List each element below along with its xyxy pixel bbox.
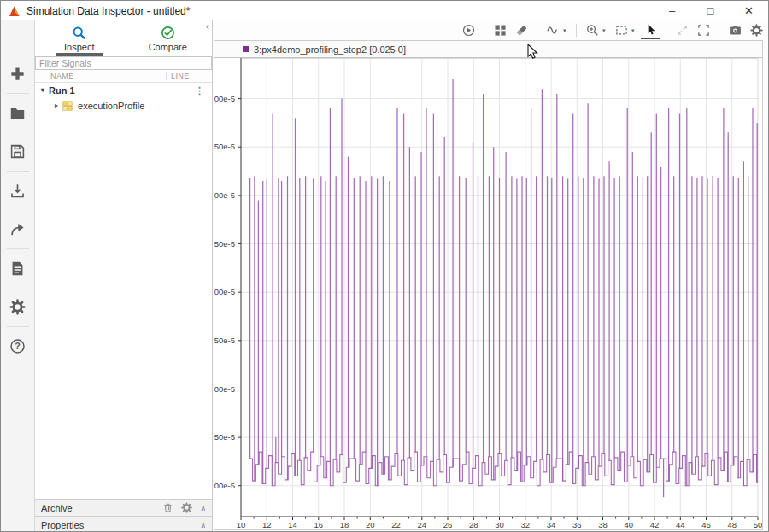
question-icon: ? [9, 338, 26, 354]
magnifier-icon [72, 26, 86, 40]
tab-inspect[interactable]: Inspect [35, 20, 124, 56]
zoom-button[interactable] [583, 21, 602, 39]
window-title: Simulation Data Inspector - untitled* [26, 5, 190, 17]
fit-rectangle-icon [615, 24, 628, 37]
line-style-button[interactable] [543, 21, 562, 39]
svg-text:4.50e-5: 4.50e-5 [214, 239, 235, 248]
svg-text:36: 36 [572, 520, 582, 529]
svg-text:26: 26 [443, 520, 453, 529]
caret-right-icon[interactable]: ▸ [55, 102, 58, 109]
import-button[interactable] [1, 172, 35, 210]
table-header: NAME LINE [35, 70, 212, 83]
export-button[interactable] [1, 210, 35, 248]
expand-button [672, 21, 691, 39]
check-circle-icon [161, 26, 175, 40]
chart-panel: 3:px4demo_profiling_step2 [0.025 0] 6.00… [214, 40, 763, 530]
archive-label: Archive [41, 503, 73, 513]
title-bar: Simulation Data Inspector - untitled* – … [1, 1, 768, 20]
eraser-icon [515, 24, 528, 37]
save-button[interactable] [1, 132, 35, 171]
toolbar-separator [576, 24, 577, 37]
toolbar-separator [537, 24, 537, 37]
plot-area-region: ▾ ▾ ▾ [213, 20, 769, 532]
dropdown-caret-icon[interactable]: ▾ [563, 27, 570, 34]
active-tab-underline [56, 53, 103, 56]
execution-profile-icon [62, 101, 73, 111]
pointer-button[interactable] [641, 21, 660, 39]
fullscreen-button[interactable] [694, 21, 713, 39]
panel-tabs: Inspect Compare ‹ [35, 20, 212, 56]
toolbar-separator [666, 24, 666, 37]
open-button[interactable] [1, 94, 35, 132]
app-window: Simulation Data Inspector - untitled* – … [0, 0, 769, 532]
subplots-button[interactable] [490, 21, 509, 39]
svg-text:50: 50 [754, 520, 762, 529]
camera-icon [729, 24, 742, 37]
fullscreen-brackets-icon [697, 24, 710, 37]
collapse-panel-icon[interactable]: ‹ [206, 21, 209, 32]
svg-text:5.00e-5: 5.00e-5 [214, 190, 235, 200]
svg-text:2.50e-5: 2.50e-5 [214, 432, 235, 441]
create-report-button[interactable] [1, 249, 35, 288]
tree-row-execution-profile[interactable]: ▸ executionProfile [35, 97, 212, 114]
run-label: Run 1 [49, 85, 75, 96]
gear-icon[interactable] [181, 502, 192, 513]
caret-down-icon[interactable]: ▾ [41, 86, 44, 94]
svg-text:3.00e-5: 3.00e-5 [214, 384, 235, 394]
tree-row-run1[interactable]: ▾ Run 1 ⋮ [35, 83, 212, 97]
cursor-arrow-icon [644, 23, 657, 36]
dropdown-caret-icon[interactable]: ▾ [602, 27, 609, 34]
add-button[interactable] [1, 55, 35, 93]
toolbar-separator [484, 24, 484, 37]
svg-text:30: 30 [495, 520, 504, 529]
legend-swatch [243, 46, 249, 52]
svg-text:5.50e-5: 5.50e-5 [214, 142, 235, 151]
svg-text:12: 12 [262, 520, 272, 529]
close-button[interactable]: ✕ [730, 1, 768, 20]
replay-button[interactable] [459, 21, 478, 39]
gear-icon [9, 299, 26, 315]
tab-inspect-label: Inspect [64, 42, 94, 52]
magnifier-plus-icon [586, 24, 599, 37]
help-button[interactable]: ? [1, 327, 35, 365]
svg-text:42: 42 [650, 520, 660, 529]
svg-text:6.00e-5: 6.00e-5 [214, 94, 235, 103]
matlab-membrane-icon [8, 5, 21, 17]
snapshot-button[interactable] [725, 21, 744, 39]
svg-text:28: 28 [469, 520, 478, 529]
svg-text:46: 46 [701, 520, 711, 529]
execution-profile-label: executionProfile [78, 101, 144, 111]
tab-compare-label: Compare [149, 42, 187, 52]
floppy-disk-icon [9, 143, 26, 160]
svg-text:22: 22 [391, 520, 401, 529]
toolbar-separator [719, 24, 719, 37]
svg-text:44: 44 [676, 520, 685, 529]
properties-bar[interactable]: Properties ∧ [35, 516, 212, 532]
plot-canvas-wrap[interactable]: 6.00e-55.50e-55.00e-54.50e-54.00e-53.50e… [214, 58, 762, 529]
diagonal-arrows-icon [676, 24, 689, 37]
chevron-up-icon[interactable]: ∧ [200, 521, 206, 529]
plot-toolbar: ▾ ▾ ▾ [459, 20, 766, 40]
plot-settings-button[interactable] [747, 21, 766, 39]
svg-text:32: 32 [521, 520, 531, 529]
maximize-button[interactable]: □ [691, 1, 730, 20]
chart-canvas[interactable]: 6.00e-55.50e-55.00e-54.50e-54.00e-53.50e… [214, 58, 762, 529]
preferences-button[interactable] [1, 288, 35, 326]
chevron-up-icon[interactable]: ∧ [200, 504, 206, 512]
svg-text:4.00e-5: 4.00e-5 [214, 287, 235, 296]
gear-icon [750, 24, 763, 37]
folder-icon [9, 105, 26, 121]
kebab-menu-icon[interactable]: ⋮ [195, 86, 204, 95]
svg-text:14: 14 [288, 520, 297, 529]
left-toolbar: ? [1, 20, 35, 532]
dropdown-caret-icon[interactable]: ▾ [631, 27, 638, 34]
minimize-button[interactable]: – [653, 1, 691, 20]
archive-bar[interactable]: Archive ∧ [35, 499, 212, 516]
tab-compare[interactable]: Compare [124, 20, 213, 56]
properties-label: Properties [41, 520, 84, 530]
trash-icon[interactable] [162, 502, 173, 513]
fit-to-view-button[interactable] [612, 21, 631, 39]
filter-signals-input[interactable] [35, 56, 212, 70]
svg-text:34: 34 [547, 520, 556, 529]
clear-subplots-button[interactable] [512, 21, 531, 39]
